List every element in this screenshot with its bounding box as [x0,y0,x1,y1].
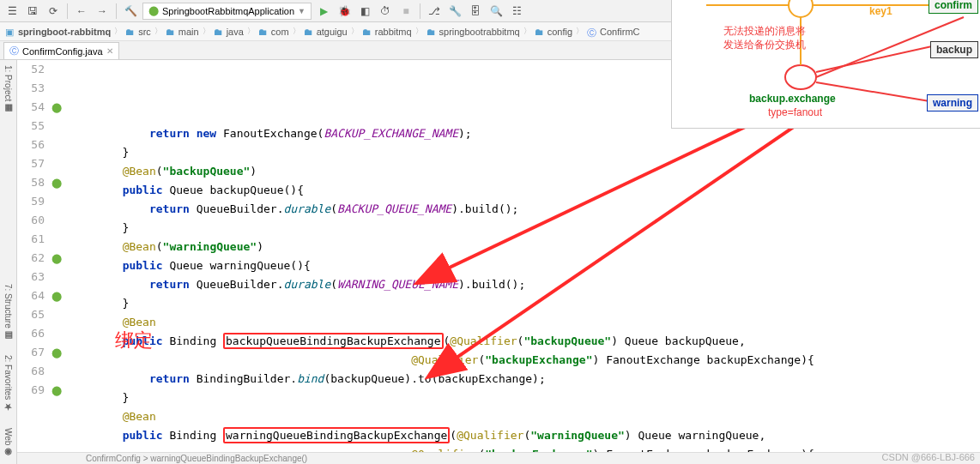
code-line[interactable]: @Bean("warningQueue") [64,238,980,256]
spring-bean-icon[interactable]: ⬤ [50,249,64,268]
sidetool-project[interactable]: ▦1: Project [3,65,13,113]
breadcrumb-label: src [138,27,151,37]
debug-icon[interactable]: 🐞 [336,3,353,20]
sidetool-structure[interactable]: ▤7: Structure [3,284,13,340]
folder-icon: 🖿 [362,27,372,37]
breadcrumb-label: java [227,27,244,37]
line-number: 63 [17,268,45,286]
code-line[interactable]: @Bean [64,313,980,332]
breadcrumb-config[interactable]: 🖿config [535,27,572,37]
breadcrumb-label: springboot-rabbitmq [18,27,111,37]
line-number: 69 [17,381,45,400]
folder-icon: 🖿 [304,27,314,37]
stop-icon[interactable]: ■ [397,3,414,20]
breadcrumb-rabbitmq[interactable]: 🖿rabbitmq [362,27,412,37]
folder-icon: 🖿 [214,27,224,37]
code-line[interactable]: @Bean [64,407,980,426]
file-tab[interactable]: Ⓒ ConfirmConfig.java ✕ [3,42,119,59]
code-line[interactable]: @Bean("backupQueue") [64,162,980,181]
status-crumb-text: ConfirmConfig > warningQueueBindingBacku… [86,454,307,463]
code-line[interactable]: } [64,294,980,313]
breadcrumb-label: rabbitmq [375,27,412,37]
save-icon[interactable]: 🖫 [24,3,41,20]
wrench-icon[interactable]: 🔧 [446,3,463,20]
diagram-note2: 发送给备份交换机 [723,38,806,52]
breadcrumb-ConfirmC[interactable]: ⒸConfirmC [587,27,639,37]
code-line[interactable]: } [64,143,980,162]
gutter-blank [50,192,64,211]
run-icon[interactable]: ▶ [315,3,332,20]
diagram-key-label: key1 [869,5,892,17]
code-line[interactable]: } [64,389,980,407]
diagram-node-confirm: confirm [929,0,978,14]
run-config-select[interactable]: ⬤ SpringbootRabbitmqApplication ▼ [142,3,312,20]
code-line[interactable]: return QueueBuilder.durable(WARNING_QUEU… [64,275,980,294]
breadcrumb-springboot-rabbitmq[interactable]: ▣springboot-rabbitmq [5,27,111,37]
build-icon[interactable]: 🔨 [122,3,139,20]
spring-bean-icon[interactable]: ⬤ [50,98,64,117]
code-line[interactable]: } [64,219,980,238]
code-line[interactable]: public Queue backupQueue(){ [64,181,980,200]
breadcrumb-main[interactable]: 🖿main [166,27,199,37]
line-number: 55 [17,117,45,136]
breadcrumb-java[interactable]: 🖿java [214,27,244,37]
code-line[interactable]: public Queue warningQueue(){ [64,256,980,275]
line-number: 52 [17,60,45,79]
breadcrumb-label: atguigu [317,27,348,37]
gutter-blank [50,230,64,249]
class-icon: Ⓒ [9,45,19,57]
profile-icon[interactable]: ⏱ [377,3,394,20]
spring-bean-icon[interactable]: ⬤ [50,173,64,192]
breadcrumb-atguigu[interactable]: 🖿atguigu [304,27,348,37]
structure-icon[interactable]: ☷ [508,3,525,20]
chevron-down-icon: ▼ [298,7,305,15]
breadcrumb-springbootrabbitmq[interactable]: 🖿springbootrabbitmq [426,27,520,37]
code-line[interactable]: @Qualifier("backupExchange") FanoutExcha… [64,351,980,370]
code-line[interactable]: public Binding backupQueueBindingBackupE… [64,332,980,351]
gutter-blank [50,211,64,230]
gutter-blank [50,154,64,173]
gutter-blank [50,136,64,154]
breadcrumb-com[interactable]: 🖿com [258,27,289,37]
chevron-right-icon: 〉 [114,26,122,37]
close-icon[interactable]: ✕ [106,46,113,56]
spring-bean-icon[interactable]: ⬤ [50,381,64,400]
forward-icon[interactable]: → [94,3,111,20]
spring-bean-icon[interactable]: ⬤ [50,286,64,305]
line-number: 61 [17,230,45,249]
separator [420,3,420,19]
gutter-blank [50,117,64,136]
breadcrumb-src[interactable]: 🖿src [125,27,151,37]
line-number: 59 [17,192,45,211]
line-number: 65 [17,305,45,324]
back-icon[interactable]: ← [73,3,90,20]
refresh-icon[interactable]: ⟳ [45,3,62,20]
menu-icon[interactable]: ☰ [3,3,21,20]
chevron-right-icon: 〉 [576,26,584,37]
code-line[interactable]: return QueueBuilder.durable(BACKUP_QUEUE… [64,200,980,219]
spring-icon: ⬤ [148,5,159,16]
code-line[interactable]: public Binding warningQueueBindingBackup… [64,426,980,445]
code-line[interactable]: return BindingBuilder.bind(backupQueue).… [64,370,980,389]
line-number: 64 [17,286,45,305]
line-number: 60 [17,211,45,230]
line-number: 68 [17,362,45,381]
spring-bean-icon[interactable]: ⬤ [50,343,64,362]
class-icon: Ⓒ [587,27,597,37]
sidetool-web[interactable]: ◉Web [3,428,13,457]
git-icon[interactable]: ⎇ [426,3,443,20]
folder-icon: 🖿 [258,27,269,37]
find-icon[interactable]: 🔍 [487,3,505,20]
diagram-exchange-name: backup.exchange [749,93,836,105]
breadcrumb-label: springbootrabbitmq [439,27,520,37]
coverage-icon[interactable]: ◧ [356,3,373,20]
line-number: 62 [17,249,45,268]
chevron-right-icon: 〉 [415,26,423,37]
chevron-right-icon: 〉 [523,26,531,37]
sidetool-favorites[interactable]: ★2: Favorites [3,355,13,412]
folder-icon: 🖿 [166,27,176,37]
db-icon[interactable]: 🗄 [467,3,484,20]
line-number: 66 [17,324,45,343]
diagram-exchange-type: type=fanout [768,106,822,118]
breadcrumb-label: com [271,27,289,37]
